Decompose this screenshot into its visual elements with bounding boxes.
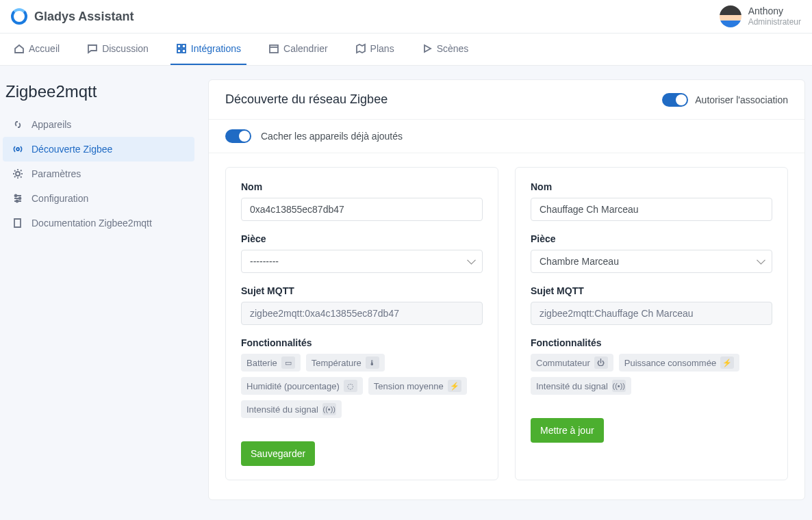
feature-tag: Température🌡 <box>306 354 385 372</box>
nav-integrations[interactable]: Intégrations <box>170 34 246 65</box>
features-label: Fonctionnalités <box>241 337 483 348</box>
room-label: Pièce <box>531 233 772 244</box>
nav-scenes[interactable]: Scènes <box>416 34 474 65</box>
sidebar-item-label: Appareils <box>31 119 71 130</box>
permit-join-toggle[interactable] <box>662 93 688 107</box>
link-icon <box>12 119 23 130</box>
brand[interactable]: Gladys Assistant <box>11 8 134 25</box>
brand-text: Gladys Assistant <box>34 10 134 24</box>
sidebar-item-label: Découverte Zigbee <box>31 144 112 155</box>
feature-tag: Intensité du signal((•)) <box>241 400 342 418</box>
save-button[interactable]: Sauvegarder <box>241 441 315 466</box>
nav-calendrier[interactable]: Calendrier <box>263 34 333 65</box>
nav-label: Calendrier <box>283 43 328 54</box>
thermometer-icon: 🌡 <box>366 356 379 369</box>
user-role: Administrateur <box>748 17 801 27</box>
user-name: Anthony <box>748 5 801 17</box>
gear-icon <box>12 168 23 179</box>
nav-accueil[interactable]: Accueil <box>8 34 65 65</box>
svg-rect-0 <box>177 44 181 48</box>
hide-added-label: Cacher les appareils déjà ajoutés <box>261 131 403 142</box>
sliders-icon <box>12 193 23 204</box>
room-select[interactable] <box>241 250 483 273</box>
chat-icon <box>87 43 98 54</box>
sidebar: Zigbee2mqtt Appareils Découverte Zigbee … <box>0 66 205 514</box>
mqtt-input <box>531 302 772 325</box>
mqtt-input <box>241 302 483 325</box>
features-label: Fonctionnalités <box>531 337 772 348</box>
map-icon <box>355 43 366 54</box>
mqtt-label: Sujet MQTT <box>241 285 483 296</box>
name-label: Nom <box>531 181 772 192</box>
nav-label: Intégrations <box>191 43 241 54</box>
play-icon <box>422 43 433 54</box>
logo-icon <box>11 8 27 25</box>
home-icon <box>14 43 25 54</box>
grid-icon <box>176 43 187 54</box>
top-nav: Accueil Discussion Intégrations Calendri… <box>0 34 812 66</box>
svg-point-6 <box>16 172 20 176</box>
sidebar-item-configuration[interactable]: Configuration <box>3 186 194 211</box>
sidebar-item-decouverte[interactable]: Découverte Zigbee <box>3 137 194 161</box>
feature-tag: Intensité du signal((•)) <box>531 377 631 395</box>
sidebar-item-parametres[interactable]: Paramètres <box>3 161 194 186</box>
sidebar-item-appareils[interactable]: Appareils <box>3 112 194 137</box>
sidebar-item-label: Configuration <box>31 193 88 204</box>
device-card: Nom Pièce Sujet MQTT Fonctionna <box>225 167 498 480</box>
svg-rect-4 <box>270 45 278 53</box>
header: Gladys Assistant Anthony Administrateur <box>0 0 812 34</box>
power-icon: ⏻ <box>594 356 608 369</box>
nav-label: Scènes <box>437 43 469 54</box>
svg-point-5 <box>16 148 19 151</box>
svg-rect-3 <box>182 49 186 53</box>
bolt-icon: ⚡ <box>720 356 734 369</box>
feature-tag: Commutateur⏻ <box>531 354 613 372</box>
hide-added-toggle[interactable] <box>225 129 251 143</box>
bolt-icon: ⚡ <box>448 380 461 392</box>
sidebar-title: Zigbee2mqtt <box>3 82 194 112</box>
name-label: Nom <box>241 181 483 192</box>
sidebar-item-label: Documentation Zigbee2mqtt <box>31 218 152 229</box>
name-input[interactable] <box>531 198 772 221</box>
avatar <box>720 5 741 27</box>
panel-title: Découverte du réseau Zigbee <box>225 92 388 107</box>
battery-icon: ▭ <box>281 356 295 369</box>
feature-tag: Tension moyenne⚡ <box>368 377 467 395</box>
discovery-panel: Découverte du réseau Zigbee Autoriser l'… <box>208 79 805 500</box>
nav-label: Discussion <box>102 43 149 54</box>
room-select[interactable] <box>531 250 772 273</box>
svg-rect-1 <box>182 44 186 48</box>
signal-icon: ((•)) <box>612 380 626 392</box>
update-button[interactable]: Mettre à jour <box>531 418 604 443</box>
droplet-icon: ◌ <box>344 380 357 392</box>
sidebar-item-documentation[interactable]: Documentation Zigbee2mqtt <box>3 211 194 235</box>
sidebar-item-label: Paramètres <box>31 168 81 179</box>
calendar-icon <box>268 43 279 54</box>
feature-tag: Humidité (pourcentage)◌ <box>241 377 363 395</box>
nav-discussion[interactable]: Discussion <box>81 34 154 65</box>
svg-rect-2 <box>177 49 181 53</box>
user-menu[interactable]: Anthony Administrateur <box>720 5 801 27</box>
nav-label: Plans <box>370 43 394 54</box>
feature-tag: Puissance consommée⚡ <box>619 354 739 372</box>
device-card: Nom Pièce Sujet MQTT Fonctionna <box>515 167 788 480</box>
signal-icon: ((•)) <box>322 403 336 415</box>
mqtt-label: Sujet MQTT <box>531 285 772 296</box>
nav-label: Accueil <box>29 43 60 54</box>
feature-tag: Batterie▭ <box>241 354 301 372</box>
name-input[interactable] <box>241 198 483 221</box>
room-label: Pièce <box>241 233 483 244</box>
broadcast-icon <box>12 144 23 155</box>
nav-plans[interactable]: Plans <box>350 34 400 65</box>
permit-join-label: Autoriser l'association <box>695 94 788 105</box>
book-icon <box>12 218 23 229</box>
